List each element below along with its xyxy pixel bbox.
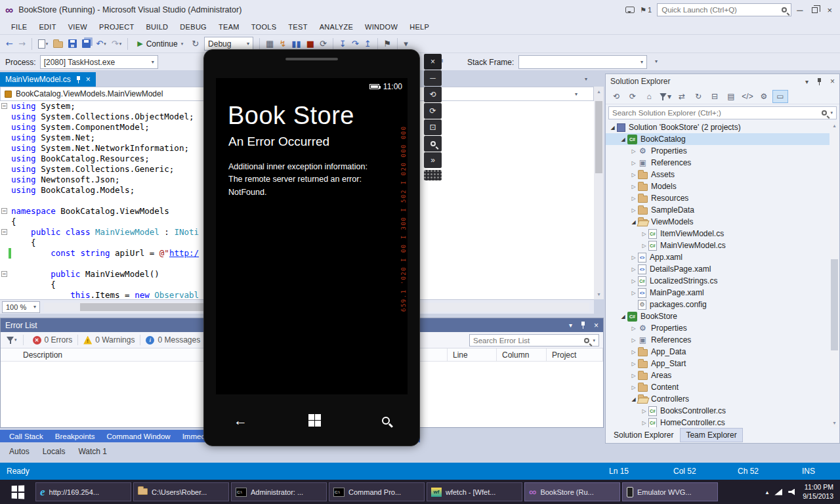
expander-icon[interactable]: ▷ [629,160,638,166]
search-button-icon[interactable] [382,417,390,425]
menu-edit[interactable]: EDIT [33,20,62,34]
tree-item-areas[interactable]: ▷Areas [606,369,830,381]
tab-watch-1[interactable]: Watch 1 [73,447,112,456]
menu-view[interactable]: VIEW [62,20,93,34]
menu-test[interactable]: TEST [282,20,313,34]
scrollbar-thumb[interactable] [595,101,602,173]
tree-item-detailspage-xaml[interactable]: ▷<>DetailsPage.xaml [606,263,830,275]
column-header-line[interactable]: Line [448,348,497,361]
save-icon[interactable] [66,36,79,52]
expander-icon[interactable]: ◢ [608,125,617,131]
zoom-dropdown[interactable]: 100 % ▾ [2,301,40,313]
expander-icon[interactable]: ▷ [629,196,638,201]
taskbar-vs-button[interactable]: ∞BookStore (Ru... [524,482,620,501]
tree-item-sampledata[interactable]: ▷SampleData [606,204,830,216]
menu-build[interactable]: BUILD [140,20,174,34]
emulator-minimize-button[interactable]: ─ [424,70,442,86]
show-hidden-icons[interactable]: ▴ [766,489,769,495]
taskbar-cmd-admin-button[interactable]: C:\Administrator: ... [231,482,327,501]
tab-close-icon[interactable]: × [86,75,91,83]
tab-locals[interactable]: Locals [37,447,71,456]
expander-icon[interactable]: ▷ [629,326,638,331]
emulator-fit-button[interactable]: ⊡ [424,119,442,135]
expander-icon[interactable]: ◢ [629,396,638,402]
emulator-rotate-right-button[interactable]: ⟳ [424,103,442,119]
emulator-close-button[interactable]: × [424,54,442,70]
expander-icon[interactable]: ▷ [629,255,638,261]
tree-item-assets[interactable]: ▷Assets [606,169,830,180]
pin-icon[interactable] [816,78,822,85]
se-back-icon[interactable]: ⟲ [608,90,624,103]
apply-changes-icon[interactable]: ↻ [190,36,201,52]
debug-configuration-dropdown[interactable]: Debug ▾ [204,37,253,51]
close-icon[interactable]: × [594,321,598,330]
scroll-up-icon[interactable]: ▴ [594,89,604,94]
tab-command-window[interactable]: Command Window [102,432,176,440]
tree-item-references[interactable]: ▷▣References [606,157,830,169]
column-header-column[interactable]: Column [497,348,547,361]
notifications-flag[interactable]: ⚑1 [640,6,652,14]
stack-frame-dropdown[interactable]: ▾ [518,55,647,69]
menu-analyze[interactable]: ANALYZE [314,20,359,34]
solution-explorer-header[interactable]: Solution Explorer ▾ × [606,74,839,89]
tree-item-itemviewmodel-cs[interactable]: ▷C#ItemViewModel.cs [606,228,830,240]
fold-toggle-icon[interactable]: − [1,103,7,109]
tree-item-mainviewmodel-cs[interactable]: ▷C#MainViewModel.cs [606,240,830,251]
back-button-icon[interactable]: ← [234,413,247,427]
navigate-back-icon[interactable]: ← [4,36,15,52]
tab-breakpoints[interactable]: Breakpoints [50,432,100,440]
expander-icon[interactable]: ▷ [629,172,638,178]
expander-icon[interactable]: ▷ [640,243,648,249]
tab-solution-explorer[interactable]: Solution Explorer [608,429,679,442]
quick-launch-input[interactable] [662,6,778,14]
minimize-button[interactable]: ─ [797,6,803,14]
taskbar-explorer-button[interactable]: C:\Users\Rober... [133,482,229,501]
menu-file[interactable]: FILE [5,20,33,34]
error-list-search-box[interactable]: ▾ [469,334,599,346]
new-file-icon[interactable]: ▾ [36,36,51,52]
tree-item-packages-config[interactable]: ⚙packages.config [606,299,830,310]
se-preview-icon[interactable]: ▭ [772,90,788,103]
document-tab-mainviewmodel[interactable]: MainViewModel.cs × [0,72,96,87]
redo-icon[interactable]: ↷▾ [110,36,123,52]
se-refresh-icon[interactable]: ↻ [690,90,706,103]
document-list-chevron-icon[interactable]: ▾ [585,76,587,82]
se-forward-icon[interactable]: ⟳ [625,90,640,103]
expander-icon[interactable]: ◢ [619,136,627,142]
tab-autos[interactable]: Autos [4,447,35,456]
emulator-drag-handle[interactable] [424,170,442,180]
process-dropdown[interactable]: [2080] TaskHost.exe ▾ [40,55,158,69]
se-home-icon[interactable]: ⌂ [641,90,657,103]
taskbar-cmd-button[interactable]: C:\Command Pro... [329,482,425,501]
tree-item-bookscontroller-cs[interactable]: ▷C#BooksController.cs [606,405,830,417]
se-view-code-icon[interactable]: </> [740,90,755,103]
solution-explorer-search-input[interactable] [612,109,818,117]
expander-icon[interactable]: ▷ [640,231,648,237]
fold-toggle-icon[interactable]: − [1,271,7,277]
fold-toggle-icon[interactable]: − [1,208,7,214]
taskbar-emulator-button[interactable]: Emulator WVG... [622,482,718,501]
tree-item-content[interactable]: ▷Content [606,381,830,393]
se-properties-icon[interactable]: ⚙ [756,90,772,103]
windows-start-icon[interactable] [308,414,322,427]
tree-item-properties[interactable]: ▷⚙Properties [606,322,830,334]
tree-item-references[interactable]: ▷▣References [606,334,830,346]
continue-button[interactable]: ▶ Continue ▾ [132,36,188,52]
expander-icon[interactable]: ▷ [629,361,638,367]
taskbar-ie-button[interactable]: ehttp://169.254... [35,482,131,501]
save-all-icon[interactable] [80,36,93,52]
tree-item-app-data[interactable]: ▷App_Data [606,346,830,358]
toolbar-overflow-icon[interactable]: ▾ [655,58,658,64]
expander-icon[interactable]: ◢ [629,219,638,225]
menu-help[interactable]: HELP [404,20,435,34]
solution-explorer-scrollbar[interactable]: ▴ ▾ [830,121,839,427]
tree-item-localizedstrings-cs[interactable]: ▷C#LocalizedStrings.cs [606,275,830,287]
expander-icon[interactable]: ▷ [629,349,638,355]
emulator-zoom-button[interactable] [424,136,442,152]
menu-project[interactable]: PROJECT [93,20,140,34]
expander-icon[interactable]: ▷ [629,278,638,284]
scroll-down-icon[interactable]: ▾ [830,420,839,426]
menu-team[interactable]: TEAM [213,20,245,34]
close-icon[interactable]: × [830,77,835,86]
tree-item-homecontroller-cs[interactable]: ▷C#HomeController.cs [606,417,830,427]
